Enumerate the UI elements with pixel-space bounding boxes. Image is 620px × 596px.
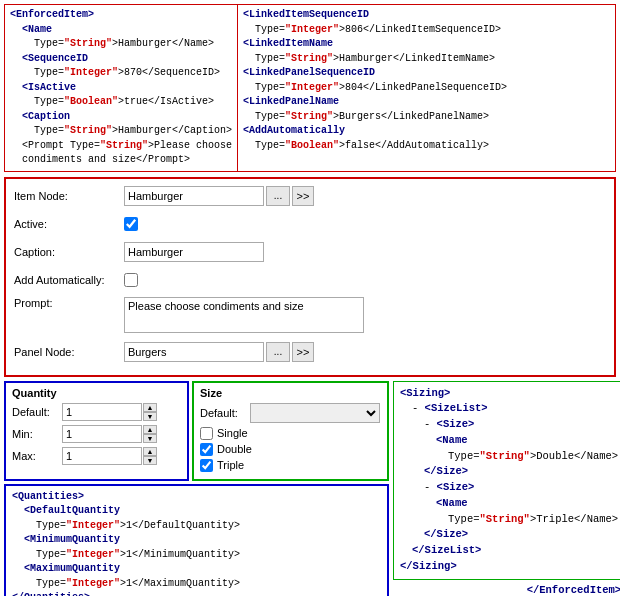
size-single-label: Single — [217, 427, 248, 439]
panel-node-dots-button[interactable]: ... — [266, 342, 290, 362]
xml-caption-type: Type="String">Hamburger</Caption> — [10, 125, 232, 136]
quantity-box: Quantity Default: ▲ ▼ Min: ▲ — [4, 381, 189, 481]
xml-size2-close: </Size> — [400, 528, 468, 540]
active-row: Active: — [14, 213, 606, 235]
top-xml-left: <EnforcedItem> <Name Type="String">Hambu… — [5, 5, 238, 171]
size-box: Size Default: Single Double Triple Singl… — [192, 381, 389, 481]
add-auto-checkbox[interactable] — [124, 273, 138, 287]
xml-maxqty-type: Type="Integer">1</MaximumQuantity> — [12, 578, 240, 589]
xml-sizing-close: </Sizing> — [400, 560, 457, 572]
qty-size-row: Quantity Default: ▲ ▼ Min: ▲ — [4, 381, 389, 481]
xml-size2-open: - <Size> — [400, 481, 474, 493]
size-double-label: Double — [217, 443, 252, 455]
enforced-item-close: </EnforcedItem> — [393, 584, 620, 596]
caption-input[interactable] — [124, 242, 264, 262]
xml-seqid-type: Type="Integer">870</SequenceID> — [10, 67, 220, 78]
qty-min-input[interactable] — [62, 425, 142, 443]
panel-node-row: Panel Node: ... >> — [14, 341, 606, 363]
size-default-select[interactable]: Single Double Triple — [250, 403, 380, 423]
qty-min-up[interactable]: ▲ — [143, 425, 157, 434]
quantities-xml-box: <Quantities> <DefaultQuantity Type="Inte… — [4, 484, 389, 597]
xml-linkedpanelname-open: <LinkedPanelName — [243, 96, 339, 107]
xml-name-open: <Name — [10, 24, 52, 35]
panel-node-input[interactable] — [124, 342, 264, 362]
item-node-dots-button[interactable]: ... — [266, 186, 290, 206]
size-single-checkbox[interactable] — [200, 427, 213, 440]
xml-sizelist-close: </SizeList> — [400, 544, 481, 556]
xml-quantities-open: <Quantities> — [12, 491, 84, 502]
quantity-title: Quantity — [12, 387, 181, 399]
xml-size2-name-open: <Name — [400, 497, 468, 509]
prompt-label: Prompt: — [14, 297, 124, 309]
xml-size2-name-type: Type="String">Triple</Name> — [400, 513, 618, 525]
xml-size1-name-type: Type="String">Double</Name> — [400, 450, 618, 462]
size-double-checkbox[interactable] — [200, 443, 213, 456]
qty-default-label: Default: — [12, 406, 62, 418]
qty-max-spinner: ▲ ▼ — [143, 447, 157, 465]
xml-linkedpanelname-type: Type="String">Burgers</LinkedPanelName> — [243, 111, 489, 122]
right-xml-section: <Sizing> - <SizeList> - <Size> <Name Typ… — [393, 381, 620, 597]
xml-enforced-item-open: <EnforcedItem> — [10, 9, 94, 20]
xml-isactive-type: Type="Boolean">true</IsActive> — [10, 96, 214, 107]
panel-node-arrow-button[interactable]: >> — [292, 342, 314, 362]
xml-addauto-type: Type="Boolean">false</AddAutomatically> — [243, 140, 489, 151]
xml-size1-close: </Size> — [400, 465, 468, 477]
top-xml-area: <EnforcedItem> <Name Type="String">Hambu… — [4, 4, 616, 172]
xml-defqty-open: <DefaultQuantity — [12, 505, 120, 516]
xml-linkedpanelseqid-open: <LinkedPanelSequenceID — [243, 67, 375, 78]
xml-sizing-open: <Sizing> — [400, 387, 450, 399]
size-single-row: Single — [200, 427, 381, 440]
item-node-arrow-button[interactable]: >> — [292, 186, 314, 206]
xml-quantities-close: </Quantities> — [12, 592, 90, 596]
size-triple-label: Triple — [217, 459, 244, 471]
qty-min-down[interactable]: ▼ — [143, 434, 157, 443]
xml-seqid-open: <SequenceID — [10, 53, 88, 64]
item-node-row: Item Node: ... >> — [14, 185, 606, 207]
qty-default-row: Default: ▲ ▼ — [12, 403, 181, 421]
xml-isactive-open: <IsActive — [10, 82, 76, 93]
qty-max-up[interactable]: ▲ — [143, 447, 157, 456]
xml-addauto-open: <AddAutomatically — [243, 125, 345, 136]
qty-max-label: Max: — [12, 450, 62, 462]
xml-defqty-type: Type="Integer">1</DefaultQuantity> — [12, 520, 240, 531]
xml-size1-name-open: <Name — [400, 434, 468, 446]
xml-prompt-cont: condiments and size</Prompt> — [10, 154, 190, 165]
prompt-row: Prompt: Please choose condiments and siz… — [14, 297, 606, 333]
xml-linkedseqid-open: <LinkedItemSequenceID — [243, 9, 369, 20]
sizing-xml-box: <Sizing> - <SizeList> - <Size> <Name Typ… — [393, 381, 620, 580]
size-triple-checkbox[interactable] — [200, 459, 213, 472]
qty-default-spinner: ▲ ▼ — [143, 403, 157, 421]
qty-max-down[interactable]: ▼ — [143, 456, 157, 465]
prompt-textarea[interactable]: Please choose condiments and size — [124, 297, 364, 333]
xml-name-type: Type="String">Hamburger</Name> — [10, 38, 214, 49]
xml-sizelist-open: - <SizeList> — [400, 402, 488, 414]
xml-size1-open: - <Size> — [400, 418, 474, 430]
size-triple-row: Triple — [200, 459, 381, 472]
xml-enforced-item-close: </EnforcedItem> — [527, 584, 620, 596]
xml-minqty-type: Type="Integer">1</MinimumQuantity> — [12, 549, 240, 560]
qty-min-row: Min: ▲ ▼ — [12, 425, 181, 443]
bottom-section: Quantity Default: ▲ ▼ Min: ▲ — [4, 381, 616, 597]
item-node-input[interactable] — [124, 186, 264, 206]
xml-linkedseqid-type: Type="Integer">806</LinkedItemSequenceID… — [243, 24, 501, 35]
active-checkbox[interactable] — [124, 217, 138, 231]
qty-min-label: Min: — [12, 428, 62, 440]
qty-max-input[interactable] — [62, 447, 142, 465]
active-label: Active: — [14, 218, 124, 230]
qty-default-up[interactable]: ▲ — [143, 403, 157, 412]
add-auto-row: Add Automatically: — [14, 269, 606, 291]
xml-minqty-open: <MinimumQuantity — [12, 534, 120, 545]
qty-default-input[interactable] — [62, 403, 142, 421]
caption-label: Caption: — [14, 246, 124, 258]
item-node-label: Item Node: — [14, 190, 124, 202]
top-xml-right: <LinkedItemSequenceID Type="Integer">806… — [238, 5, 615, 171]
form-box: Item Node: ... >> Active: Caption: Add A… — [4, 177, 616, 377]
size-default-row: Default: Single Double Triple — [200, 403, 381, 423]
main-container: <EnforcedItem> <Name Type="String">Hambu… — [0, 0, 620, 596]
xml-linkeditemname-type: Type="String">Hamburger</LinkedItemName> — [243, 53, 495, 64]
xml-maxqty-open: <MaximumQuantity — [12, 563, 120, 574]
qty-default-down[interactable]: ▼ — [143, 412, 157, 421]
xml-linkedpanelseqid-type: Type="Integer">804</LinkedPanelSequenceI… — [243, 82, 507, 93]
add-auto-label: Add Automatically: — [14, 274, 124, 286]
size-default-label: Default: — [200, 407, 250, 419]
